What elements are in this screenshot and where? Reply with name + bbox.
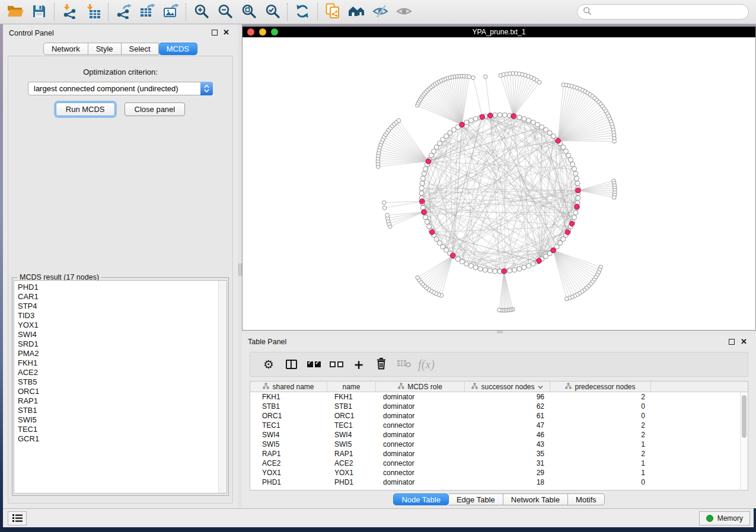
graph-node[interactable] xyxy=(468,264,473,268)
unselect-all-columns-button[interactable] xyxy=(325,354,347,374)
graph-node[interactable] xyxy=(420,176,425,181)
duplicate-network-button[interactable] xyxy=(321,2,344,22)
export-table-button[interactable] xyxy=(135,2,159,22)
graph-node[interactable] xyxy=(473,116,478,121)
graph-node[interactable] xyxy=(468,118,473,123)
splitter-grip[interactable] xyxy=(238,264,242,275)
tab-node-table[interactable]: Node Table xyxy=(393,493,449,505)
result-list-item[interactable]: ORC1 xyxy=(14,387,227,396)
tab-select[interactable]: Select xyxy=(122,43,159,55)
graph-node[interactable] xyxy=(493,113,497,117)
graph-dominator-node[interactable] xyxy=(426,159,431,164)
graph-node[interactable] xyxy=(517,267,522,271)
graph-leaf-node[interactable] xyxy=(471,76,476,80)
import-network-button[interactable] xyxy=(58,2,81,22)
table-row[interactable]: STB1STB1dominator620 xyxy=(250,402,740,411)
graph-node[interactable] xyxy=(493,269,497,274)
table-row[interactable]: RAP1RAP1dominator352 xyxy=(250,449,740,459)
graph-node[interactable] xyxy=(425,220,429,225)
graph-dominator-node[interactable] xyxy=(537,258,542,264)
column-header-name[interactable]: name xyxy=(327,382,376,392)
task-history-button[interactable] xyxy=(8,511,27,525)
graph-node[interactable] xyxy=(460,259,464,264)
graph-node[interactable] xyxy=(478,267,483,271)
graph-node[interactable] xyxy=(429,153,433,158)
result-list-item[interactable]: TEC1 xyxy=(14,425,227,434)
graph-leaf-node[interactable] xyxy=(382,201,386,205)
tab-network-table[interactable]: Network Table xyxy=(503,493,568,505)
table-row[interactable]: FKH1FKH1dominator962 xyxy=(250,392,740,402)
search-input[interactable] xyxy=(595,8,743,16)
graph-node[interactable] xyxy=(531,261,535,266)
graph-dominator-node[interactable] xyxy=(556,138,561,143)
graph-node[interactable] xyxy=(420,181,425,185)
tab-mcds[interactable]: MCDS xyxy=(159,43,197,55)
graph-dominator-node[interactable] xyxy=(480,114,485,120)
column-header-successor-nodes[interactable]: successor nodes xyxy=(465,382,550,392)
graph-node[interactable] xyxy=(572,215,577,220)
graph-leaf-node[interactable] xyxy=(612,196,616,200)
select-all-columns-button[interactable] xyxy=(302,354,325,374)
table-row[interactable]: SWI4SWI4dominator462 xyxy=(250,430,740,440)
column-header-shared-name[interactable]: shared name xyxy=(250,382,327,392)
graph-leaf-node[interactable] xyxy=(397,118,401,123)
graph-node[interactable] xyxy=(427,224,432,229)
result-list-item[interactable]: YOX1 xyxy=(14,321,227,330)
save-session-button[interactable] xyxy=(27,2,51,22)
open-file-button[interactable] xyxy=(4,2,27,22)
tab-edge-table[interactable]: Edge Table xyxy=(449,493,503,505)
network-canvas[interactable] xyxy=(243,37,755,330)
close-panel-button[interactable]: Close panel xyxy=(125,102,186,116)
graph-leaf-node[interactable] xyxy=(382,206,387,210)
graph-dominator-node[interactable] xyxy=(576,188,581,193)
graph-leaf-node[interactable] xyxy=(467,75,471,79)
graph-node[interactable] xyxy=(527,118,531,123)
graph-dominator-node[interactable] xyxy=(450,253,455,258)
network-graph[interactable] xyxy=(243,37,755,330)
graph-node[interactable] xyxy=(531,120,535,125)
graph-node[interactable] xyxy=(512,268,517,273)
graph-dominator-node[interactable] xyxy=(569,221,575,226)
delete-table-button[interactable] xyxy=(393,354,415,374)
graph-leaf-node[interactable] xyxy=(497,308,502,312)
graph-dominator-node[interactable] xyxy=(511,114,516,119)
result-list-item[interactable]: PMA2 xyxy=(14,349,227,358)
graph-node[interactable] xyxy=(464,120,469,125)
hide-selected-button[interactable] xyxy=(368,2,392,22)
result-list-item[interactable]: SWI4 xyxy=(14,330,227,339)
graph-node[interactable] xyxy=(563,149,568,153)
search-box[interactable] xyxy=(577,4,749,20)
table-row[interactable]: PHD1PHD1dominator180 xyxy=(250,477,740,487)
float-panel-icon[interactable] xyxy=(212,30,218,36)
tab-motifs[interactable]: Motifs xyxy=(568,493,605,505)
memory-button[interactable]: Memory xyxy=(699,511,750,525)
graph-node[interactable] xyxy=(423,166,428,171)
scrollbar-thumb[interactable] xyxy=(742,395,747,438)
graph-node[interactable] xyxy=(508,268,512,273)
column-header-mcds-role[interactable]: MCDS role xyxy=(376,382,465,392)
first-neighbors-button[interactable] xyxy=(344,2,368,22)
result-list-item[interactable]: SWI5 xyxy=(14,415,227,425)
result-list-scrollbar[interactable] xyxy=(218,281,227,493)
graph-node[interactable] xyxy=(576,196,580,200)
zoom-fit-button[interactable] xyxy=(237,2,260,22)
graph-node[interactable] xyxy=(464,261,469,266)
graph-dominator-node[interactable] xyxy=(551,248,556,253)
graph-leaf-node[interactable] xyxy=(613,139,617,143)
tab-style[interactable]: Style xyxy=(88,43,122,55)
graph-dominator-node[interactable] xyxy=(488,113,493,118)
graph-node[interactable] xyxy=(487,268,492,273)
graph-dominator-node[interactable] xyxy=(422,210,427,215)
graph-node[interactable] xyxy=(502,113,507,117)
graph-leaf-node[interactable] xyxy=(537,81,541,85)
graph-leaf-node[interactable] xyxy=(385,213,390,217)
graph-leaf-node[interactable] xyxy=(416,275,420,280)
result-list-item[interactable]: SRD1 xyxy=(14,339,227,349)
graph-node[interactable] xyxy=(522,116,527,121)
refresh-view-button[interactable] xyxy=(291,2,314,22)
result-list-item[interactable]: ACE2 xyxy=(14,368,227,377)
graph-node[interactable] xyxy=(568,158,573,162)
graph-node[interactable] xyxy=(573,210,578,215)
graph-dominator-node[interactable] xyxy=(460,122,465,127)
delete-column-button[interactable] xyxy=(370,354,393,374)
